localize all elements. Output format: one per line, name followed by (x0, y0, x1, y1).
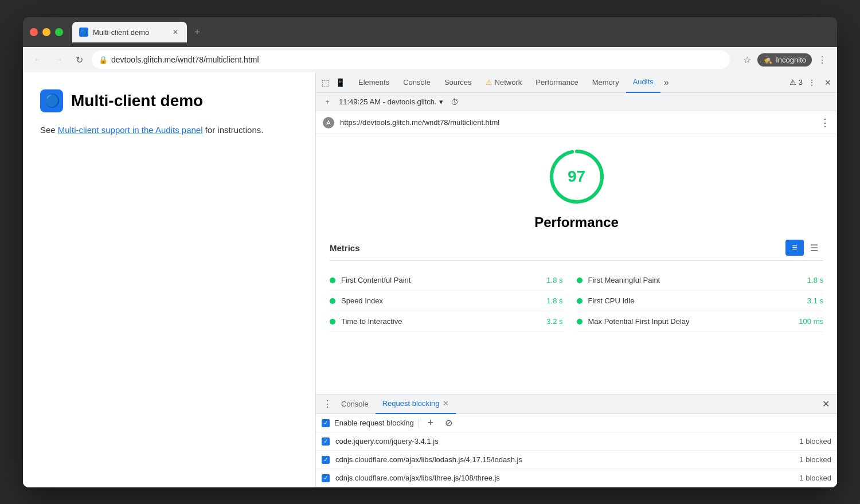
inspect-element-button[interactable]: ⬚ (318, 76, 332, 89)
blocking-item-checkbox-2[interactable]: ✓ (322, 474, 330, 482)
devtools-tabs: ⬚ 📱 Elements Console Sources ⚠ Network (316, 72, 837, 93)
content-area: 🔵 Multi-client demo See Multi-client sup… (23, 72, 837, 487)
metric-dot-fcp (330, 278, 335, 283)
metric-dot-mpfid (577, 319, 583, 325)
page-header: 🔵 Multi-client demo (40, 89, 298, 112)
metric-name-fci: First CPU Idle (588, 296, 802, 305)
tab-elements[interactable]: Elements (351, 72, 396, 93)
enable-request-blocking-checkbox[interactable]: ✓ (322, 419, 330, 427)
back-button[interactable]: ← (30, 52, 46, 68)
warning-count-icon: ⚠ (789, 78, 796, 87)
console-more-button[interactable]: ⋮ (320, 397, 334, 411)
add-pattern-button[interactable]: + (424, 416, 437, 430)
metric-value-si: 1.8 s (546, 296, 562, 305)
traffic-lights (30, 28, 63, 36)
tab-close-button[interactable]: ✕ (171, 28, 180, 37)
metric-value-fcp: 1.8 s (546, 276, 562, 284)
audit-url-more-button[interactable]: ⋮ (820, 116, 830, 129)
add-audit-button[interactable]: + (320, 95, 334, 109)
metrics-section: Metrics ≡ ☰ First Contentful Paint 1.8 s (316, 240, 837, 332)
more-tabs-button[interactable]: » (662, 77, 671, 88)
tab-console[interactable]: Console (396, 72, 437, 93)
metric-dot-fci (577, 298, 583, 304)
metrics-grid-view-button[interactable]: ≡ (785, 240, 804, 256)
new-tab-button[interactable]: + (189, 24, 205, 40)
devtools-settings-button[interactable]: ⋮ (805, 76, 819, 89)
metric-name-fmp: First Meaningful Paint (588, 276, 802, 284)
console-panel-tabs: ⋮ Console Request blocking ✕ ✕ (316, 394, 837, 414)
tab-performance[interactable]: Performance (529, 72, 585, 93)
tab-network[interactable]: ⚠ Network (479, 72, 529, 93)
console-tab-request-blocking[interactable]: Request blocking ✕ (376, 394, 456, 414)
metric-row-tti: Time to Interactive 3.2 s (330, 311, 563, 332)
blocking-item: ✓ cdnjs.cloudflare.com/ajax/libs/lodash.… (316, 451, 837, 469)
devtools-icon-buttons: ⬚ 📱 (318, 76, 347, 89)
description-after: for instructions. (203, 125, 264, 135)
console-panel-close-button[interactable]: ✕ (819, 397, 832, 411)
metrics-grid: First Contentful Paint 1.8 s Speed Index… (330, 270, 823, 332)
request-blocking-tab-close[interactable]: ✕ (443, 399, 449, 408)
tab-sources[interactable]: Sources (437, 72, 479, 93)
request-blocking-toolbar: ✓ Enable request blocking + ⊘ (316, 414, 837, 432)
page-title: Multi-client demo (71, 92, 203, 110)
metrics-list-view-button[interactable]: ☰ (805, 240, 823, 256)
metric-dot-si (330, 298, 335, 304)
block-pattern-button[interactable]: ⊘ (442, 416, 456, 430)
blocking-item-checkbox-1[interactable]: ✓ (322, 456, 330, 464)
metric-dot-fmp (577, 278, 583, 283)
blocking-item: ✓ code.jquery.com/jquery-3.4.1.js 1 bloc… (316, 432, 837, 451)
audit-site-favicon: A (323, 117, 334, 128)
blocking-list: ✓ code.jquery.com/jquery-3.4.1.js 1 bloc… (316, 432, 837, 487)
toolbar-separator (419, 419, 419, 428)
audit-session-dropdown[interactable]: 11:49:25 AM - devtools.glitch. ▾ (339, 97, 443, 106)
page-content: 🔵 Multi-client demo See Multi-client sup… (23, 72, 315, 487)
console-panel: ⋮ Console Request blocking ✕ ✕ ✓ Enable … (316, 394, 837, 487)
metric-name-fcp: First Contentful Paint (341, 276, 541, 284)
audits-toolbar: + 11:49:25 AM - devtools.glitch. ▾ ⏱ (316, 93, 837, 111)
tab-memory[interactable]: Memory (585, 72, 626, 93)
tab-audits[interactable]: Audits (626, 72, 660, 93)
incognito-label: Incognito (776, 56, 806, 64)
metric-value-fci: 3.1 s (807, 296, 823, 305)
console-tab-console[interactable]: Console (334, 394, 376, 414)
reload-button[interactable]: ↻ (71, 52, 87, 68)
bookmark-button[interactable]: ☆ (739, 52, 755, 68)
score-section: 97 Performance (316, 134, 837, 240)
address-bar: ← → ↻ 🔒 devtools.glitch.me/wndt78/multic… (23, 47, 837, 72)
audit-url-text: https://devtools.glitch.me/wndt78/multic… (340, 118, 820, 127)
network-warning-icon: ⚠ (486, 78, 492, 87)
minimize-window-button[interactable] (42, 28, 50, 36)
metrics-left-column: First Contentful Paint 1.8 s Speed Index… (330, 270, 577, 332)
audits-content: 97 Performance Metrics ≡ ☰ (316, 134, 837, 394)
audits-panel-link[interactable]: Multi-client support in the Audits panel (58, 125, 203, 135)
devtools-tab-actions: ⚠ 3 ⋮ ✕ (789, 76, 835, 89)
chrome-menu-button[interactable]: ⋮ (814, 52, 830, 68)
device-toolbar-button[interactable]: 📱 (333, 76, 347, 89)
audit-settings-button[interactable]: ⏱ (448, 95, 462, 109)
maximize-window-button[interactable] (55, 28, 63, 36)
checkbox-check-icon: ✓ (323, 475, 328, 481)
console-tab-label: Console (341, 400, 369, 408)
performance-score-value: 97 (568, 167, 585, 186)
blocking-item-checkbox-0[interactable]: ✓ (322, 437, 330, 446)
close-window-button[interactable] (30, 28, 38, 36)
page-description: See Multi-client support in the Audits p… (40, 124, 298, 137)
metric-name-si: Speed Index (341, 296, 541, 305)
checkbox-check-icon: ✓ (323, 420, 328, 426)
metric-value-mpfid: 100 ms (799, 317, 823, 326)
metric-name-tti: Time to Interactive (341, 317, 541, 326)
blocking-item-url-2: cdnjs.cloudflare.com/ajax/libs/three.js/… (335, 474, 793, 482)
url-bar[interactable]: 🔒 devtools.glitch.me/wndt78/multiclient.… (92, 50, 730, 69)
blocking-item-count-1: 1 blocked (799, 455, 831, 464)
metric-row-fci: First CPU Idle 3.1 s (577, 291, 824, 311)
dropdown-chevron-icon: ▾ (439, 97, 443, 106)
metric-value-tti: 3.2 s (546, 317, 562, 326)
enable-request-blocking-label: Enable request blocking (334, 419, 414, 427)
warning-count-text: 3 (799, 78, 803, 87)
browser-tab[interactable]: 🔵 Multi-client demo ✕ (72, 22, 187, 42)
blocking-item: ✓ cdnjs.cloudflare.com/ajax/libs/three.j… (316, 469, 837, 487)
metric-row-fcp: First Contentful Paint 1.8 s (330, 270, 563, 291)
secure-icon: 🔒 (99, 56, 108, 64)
forward-button[interactable]: → (50, 52, 67, 68)
devtools-close-button[interactable]: ✕ (821, 76, 835, 89)
